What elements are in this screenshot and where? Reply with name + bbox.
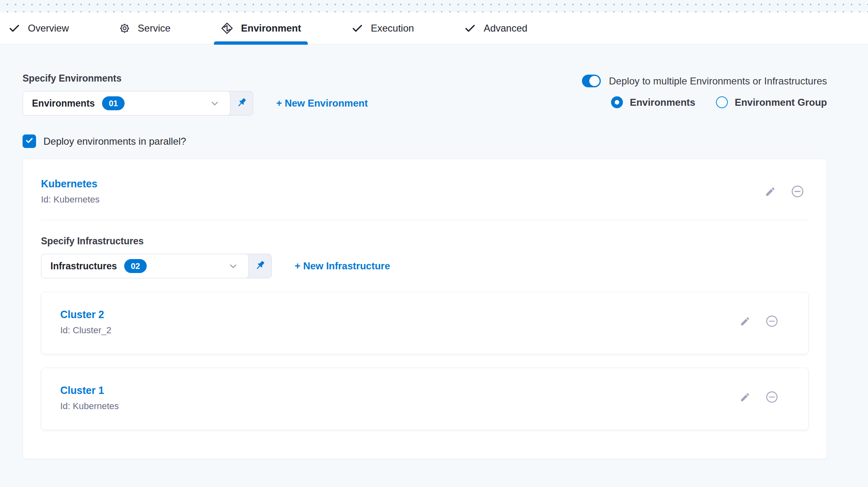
- new-infrastructure-link[interactable]: + New Infrastructure: [295, 260, 390, 272]
- infrastructure-name-link[interactable]: Cluster 2: [60, 309, 111, 321]
- environment-icon: [220, 22, 234, 35]
- infrastructure-id: Id: Cluster_2: [60, 325, 111, 336]
- tab-overview[interactable]: Overview: [8, 12, 69, 44]
- minus-circle-icon: [765, 390, 779, 405]
- radio-selected-icon: [611, 96, 623, 108]
- remove-environment-button[interactable]: [791, 184, 804, 200]
- tab-label: Advanced: [484, 23, 527, 34]
- radio-environment-group-label: Environment Group: [735, 97, 827, 108]
- check-icon: [351, 22, 364, 34]
- environment-id: Id: Kubernetes: [41, 194, 100, 205]
- check-icon: [464, 22, 476, 34]
- active-tab-underline: [214, 41, 308, 45]
- edit-infrastructure-button[interactable]: [740, 392, 750, 404]
- environments-count-badge: 01: [102, 96, 124, 110]
- tab-label: Overview: [28, 23, 69, 34]
- tab-label: Environment: [241, 23, 301, 34]
- tab-service[interactable]: Service: [119, 12, 170, 44]
- environment-card-kubernetes: Kubernetes Id: Kubernetes Specify Infras…: [23, 159, 827, 459]
- multi-deploy-toggle[interactable]: [582, 75, 601, 87]
- pin-icon: [254, 259, 266, 273]
- pipeline-canvas-strip: [0, 0, 868, 12]
- infrastructures-count-badge: 02: [124, 259, 146, 273]
- edit-infrastructure-button[interactable]: [740, 316, 750, 328]
- toggle-knob: [589, 76, 600, 86]
- check-icon: [25, 136, 34, 146]
- environments-dropdown-field[interactable]: Environments 01: [23, 91, 230, 115]
- tab-environment[interactable]: Environment: [220, 12, 301, 44]
- infrastructures-dropdown-label: Infrastructures: [50, 261, 117, 272]
- infrastructure-card-cluster-1: Cluster 1 Id: Kubernetes: [41, 368, 809, 430]
- pin-environments-button[interactable]: [230, 91, 253, 115]
- deploy-parallel-checkbox[interactable]: [23, 134, 36, 148]
- specify-environments-heading: Specify Environments: [23, 73, 368, 84]
- pin-icon: [236, 96, 248, 110]
- chevron-down-icon: [228, 261, 239, 271]
- infrastructure-list: Cluster 2 Id: Cluster_2: [41, 292, 809, 430]
- infrastructures-dropdown-field[interactable]: Infrastructures 02: [41, 254, 249, 278]
- multi-deploy-toggle-label: Deploy to multiple Environments or Infra…: [609, 75, 827, 87]
- environments-dropdown: Environments 01: [23, 91, 253, 116]
- tab-label: Service: [138, 23, 170, 34]
- environment-tab-content: Specify Environments Environments 01: [0, 44, 868, 487]
- check-icon: [8, 22, 20, 34]
- edit-environment-button[interactable]: [765, 186, 776, 199]
- specify-infrastructures-heading: Specify Infrastructures: [41, 236, 809, 247]
- tab-label: Execution: [371, 23, 414, 34]
- pencil-icon: [740, 316, 750, 328]
- pencil-icon: [740, 392, 750, 404]
- infrastructures-dropdown: Infrastructures 02: [41, 254, 272, 278]
- chevron-down-icon: [209, 98, 220, 109]
- pin-infrastructures-button[interactable]: [249, 254, 271, 278]
- infrastructure-info: Cluster 2 Id: Cluster_2: [60, 309, 111, 336]
- environment-info: Kubernetes Id: Kubernetes: [41, 178, 100, 205]
- new-environment-link[interactable]: + New Environment: [276, 98, 368, 109]
- environment-name-link[interactable]: Kubernetes: [41, 178, 100, 190]
- minus-circle-icon: [765, 314, 779, 330]
- tab-execution[interactable]: Execution: [351, 12, 414, 44]
- gear-icon: [119, 23, 130, 34]
- deploy-parallel-label: Deploy environments in parallel?: [43, 136, 186, 147]
- pencil-icon: [765, 186, 776, 199]
- card-divider: [41, 220, 809, 220]
- deploy-parallel-row: Deploy environments in parallel?: [23, 134, 827, 148]
- specify-environments-block: Specify Environments Environments 01: [23, 73, 368, 116]
- radio-environment-group[interactable]: Environment Group: [716, 96, 827, 108]
- radio-environments[interactable]: Environments: [611, 96, 695, 108]
- multi-deploy-block: Deploy to multiple Environments or Infra…: [582, 73, 827, 108]
- tab-advanced[interactable]: Advanced: [464, 12, 527, 44]
- infrastructure-name-link[interactable]: Cluster 1: [60, 385, 119, 396]
- stage-tabbar: Overview Service Environment Execution: [0, 12, 868, 44]
- radio-unselected-icon: [716, 96, 728, 108]
- remove-infrastructure-button[interactable]: [765, 390, 779, 405]
- remove-infrastructure-button[interactable]: [765, 314, 779, 330]
- infrastructure-id: Id: Kubernetes: [60, 401, 119, 412]
- minus-circle-icon: [791, 184, 804, 200]
- radio-environments-label: Environments: [630, 97, 695, 108]
- infrastructure-card-cluster-2: Cluster 2 Id: Cluster_2: [41, 292, 809, 354]
- environments-dropdown-label: Environments: [32, 98, 95, 109]
- infrastructure-info: Cluster 1 Id: Kubernetes: [60, 385, 119, 412]
